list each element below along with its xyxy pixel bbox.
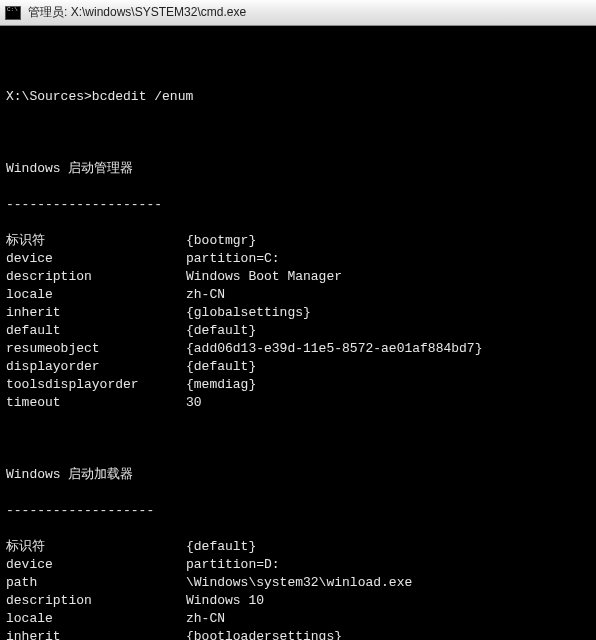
output-value: {default} bbox=[186, 358, 256, 376]
output-row: devicepartition=D: bbox=[6, 556, 590, 574]
output-row: default{default} bbox=[6, 322, 590, 340]
output-value: Windows Boot Manager bbox=[186, 268, 342, 286]
section-dashes: ------------------- bbox=[6, 502, 590, 520]
output-key: default bbox=[6, 322, 186, 340]
output-row: localezh-CN bbox=[6, 610, 590, 628]
output-key: displayorder bbox=[6, 358, 186, 376]
output-value: 30 bbox=[186, 394, 202, 412]
output-value: {globalsettings} bbox=[186, 304, 311, 322]
output-row: timeout30 bbox=[6, 394, 590, 412]
output-row: resumeobject{add06d13-e39d-11e5-8572-ae0… bbox=[6, 340, 590, 358]
output-value: \Windows\system32\winload.exe bbox=[186, 574, 412, 592]
command-text: bcdedit /enum bbox=[92, 88, 193, 106]
prompt-path: X:\Sources> bbox=[6, 88, 92, 106]
output-row: toolsdisplayorder{memdiag} bbox=[6, 376, 590, 394]
output-row: descriptionWindows 10 bbox=[6, 592, 590, 610]
terminal-output[interactable]: X:\Sources>bcdedit /enum Windows 启动管理器 -… bbox=[0, 26, 596, 640]
section-header-bootmgr: Windows 启动管理器 bbox=[6, 160, 590, 178]
output-row: displayorder{default} bbox=[6, 358, 590, 376]
output-row: 标识符{default} bbox=[6, 538, 590, 556]
output-value: {bootmgr} bbox=[186, 232, 256, 250]
output-value: {default} bbox=[186, 322, 256, 340]
output-key: description bbox=[6, 268, 186, 286]
output-key: path bbox=[6, 574, 186, 592]
output-value: {memdiag} bbox=[186, 376, 256, 394]
cmd-icon bbox=[5, 6, 21, 20]
section-dashes: -------------------- bbox=[6, 196, 590, 214]
output-value: zh-CN bbox=[186, 286, 225, 304]
output-key: device bbox=[6, 556, 186, 574]
window-titlebar[interactable]: 管理员: X:\windows\SYSTEM32\cmd.exe bbox=[0, 0, 596, 26]
output-row: 标识符{bootmgr} bbox=[6, 232, 590, 250]
blank-line bbox=[6, 124, 590, 142]
output-row: inherit{bootloadersettings} bbox=[6, 628, 590, 640]
output-value: partition=C: bbox=[186, 250, 280, 268]
output-value: {bootloadersettings} bbox=[186, 628, 342, 640]
output-key: 标识符 bbox=[6, 538, 186, 556]
output-key: locale bbox=[6, 610, 186, 628]
section-header-loader: Windows 启动加载器 bbox=[6, 466, 590, 484]
output-key: 标识符 bbox=[6, 232, 186, 250]
output-key: description bbox=[6, 592, 186, 610]
output-key: locale bbox=[6, 286, 186, 304]
window-title: 管理员: X:\windows\SYSTEM32\cmd.exe bbox=[28, 4, 246, 21]
output-value: partition=D: bbox=[186, 556, 280, 574]
window-icon bbox=[4, 5, 22, 21]
blank-line bbox=[6, 430, 590, 448]
output-row: path\Windows\system32\winload.exe bbox=[6, 574, 590, 592]
output-key: timeout bbox=[6, 394, 186, 412]
blank-line bbox=[6, 52, 590, 70]
output-key: inherit bbox=[6, 304, 186, 322]
prompt-line: X:\Sources>bcdedit /enum bbox=[6, 88, 590, 106]
output-value: {default} bbox=[186, 538, 256, 556]
output-row: devicepartition=C: bbox=[6, 250, 590, 268]
output-row: localezh-CN bbox=[6, 286, 590, 304]
output-key: inherit bbox=[6, 628, 186, 640]
output-row: descriptionWindows Boot Manager bbox=[6, 268, 590, 286]
output-value: {add06d13-e39d-11e5-8572-ae01af884bd7} bbox=[186, 340, 482, 358]
output-key: resumeobject bbox=[6, 340, 186, 358]
output-row: inherit{globalsettings} bbox=[6, 304, 590, 322]
output-key: device bbox=[6, 250, 186, 268]
output-value: zh-CN bbox=[186, 610, 225, 628]
output-value: Windows 10 bbox=[186, 592, 264, 610]
output-key: toolsdisplayorder bbox=[6, 376, 186, 394]
